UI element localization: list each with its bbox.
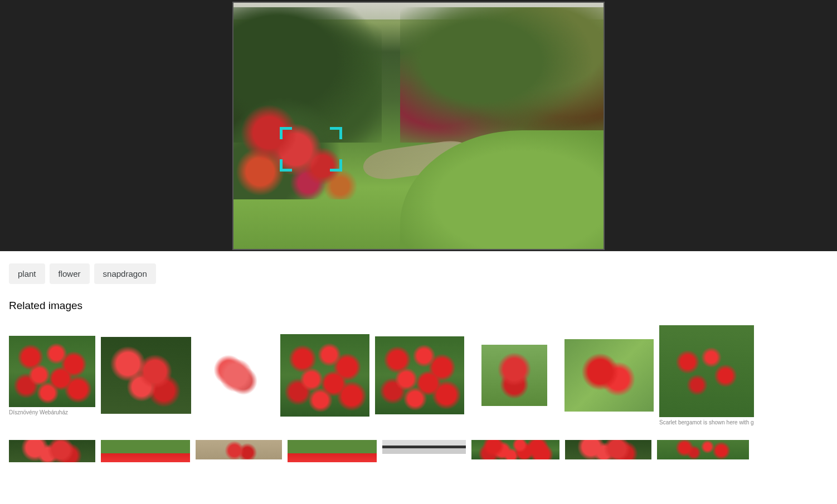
tag-row: plantflowersnapdragon xyxy=(9,263,828,284)
result-thumb[interactable] xyxy=(657,440,749,459)
result-thumb[interactable] xyxy=(9,336,95,407)
result-cell xyxy=(471,440,559,459)
flower-bed xyxy=(233,89,411,199)
result-cell xyxy=(657,440,749,459)
result-cell xyxy=(470,325,559,425)
result-cell xyxy=(565,325,654,425)
section-title: Related images xyxy=(9,300,828,312)
image-viewer xyxy=(0,0,837,251)
result-cell xyxy=(565,440,651,459)
result-thumb[interactable] xyxy=(101,337,191,414)
result-cell xyxy=(101,440,190,462)
result-thumb[interactable] xyxy=(280,334,369,417)
result-thumb[interactable] xyxy=(196,440,282,459)
result-thumb[interactable] xyxy=(211,348,261,403)
result-cell xyxy=(382,440,466,454)
result-cell xyxy=(375,325,464,425)
result-thumb[interactable] xyxy=(481,345,547,406)
result-thumb[interactable] xyxy=(382,440,466,454)
result-thumb[interactable] xyxy=(101,440,190,462)
result-cell: Scarlet bergamot is shown here with goos… xyxy=(659,325,754,425)
result-thumb[interactable] xyxy=(565,440,651,459)
results-grid-2 xyxy=(9,440,828,462)
result-caption: Scarlet bergamot is shown here with goos… xyxy=(659,419,754,425)
results-panel: plantflowersnapdragon Related images Dís… xyxy=(0,251,837,462)
result-cell xyxy=(196,440,282,459)
result-thumb[interactable] xyxy=(565,339,654,412)
results-grid: Dísznövény WebáruházScarlet bergamot is … xyxy=(9,325,828,425)
foliage-right xyxy=(400,7,604,143)
result-caption: Dísznövény Webáruház xyxy=(9,409,68,415)
result-thumb[interactable] xyxy=(288,440,377,462)
result-cell xyxy=(101,325,191,425)
result-cell xyxy=(197,325,275,425)
result-cell xyxy=(280,325,369,425)
result-cell xyxy=(9,440,95,462)
tag-snapdragon[interactable]: snapdragon xyxy=(94,263,156,284)
result-cell xyxy=(288,440,377,462)
result-thumb[interactable] xyxy=(375,336,464,414)
result-cell: Dísznövény Webáruház xyxy=(9,325,95,425)
tag-plant[interactable]: plant xyxy=(9,263,45,284)
result-thumb[interactable] xyxy=(659,325,754,417)
tag-flower[interactable]: flower xyxy=(50,263,90,284)
main-image[interactable] xyxy=(232,2,605,250)
result-thumb[interactable] xyxy=(9,440,95,462)
result-thumb[interactable] xyxy=(471,440,559,459)
